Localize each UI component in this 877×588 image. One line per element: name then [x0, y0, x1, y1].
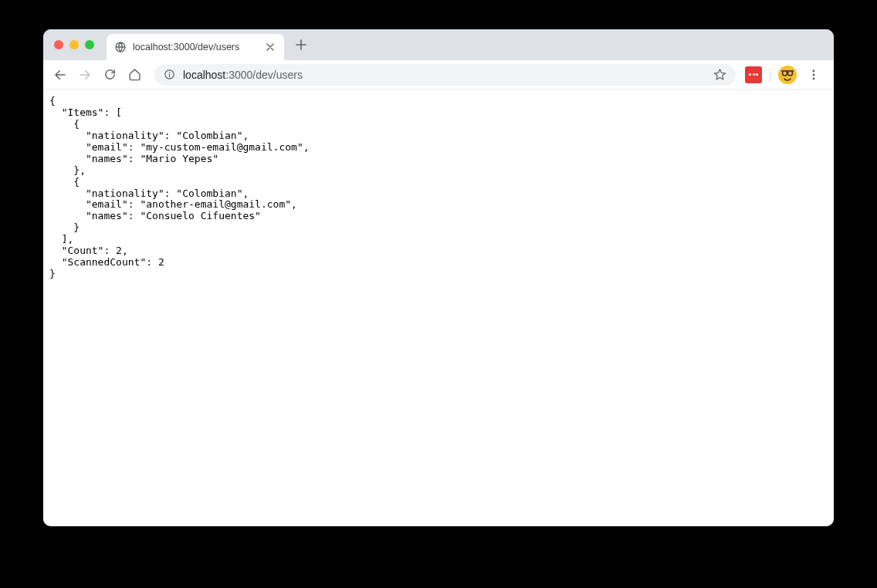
- tab-title: localhost:3000/dev/users: [133, 42, 258, 52]
- back-button[interactable]: [49, 64, 71, 86]
- arrow-left-icon: [53, 68, 67, 82]
- home-icon: [128, 68, 141, 81]
- browser-menu-button[interactable]: [803, 64, 825, 86]
- url-text: localhost:3000/dev/users: [183, 69, 706, 81]
- avatar-icon: [778, 66, 797, 84]
- svg-point-3: [169, 72, 171, 73]
- tab-strip: localhost:3000/dev/users: [43, 29, 834, 60]
- svg-point-8: [813, 73, 815, 76]
- address-bar[interactable]: localhost:3000/dev/users: [154, 64, 736, 86]
- svg-point-9: [813, 77, 815, 79]
- close-window-button[interactable]: [54, 40, 63, 49]
- kebab-menu-icon: [808, 69, 820, 81]
- plus-icon: [296, 39, 306, 50]
- reload-button[interactable]: [99, 64, 120, 86]
- globe-icon: [114, 41, 127, 53]
- forward-button[interactable]: [74, 64, 96, 86]
- minimize-window-button[interactable]: [69, 40, 79, 49]
- page-content: { "Items": [ { "nationality": "Colombian…: [43, 90, 834, 526]
- url-host: localhost: [183, 69, 225, 81]
- toolbar-divider: [770, 68, 770, 82]
- info-icon[interactable]: [164, 69, 175, 80]
- browser-tab[interactable]: localhost:3000/dev/users: [107, 34, 284, 60]
- svg-point-4: [778, 66, 797, 84]
- url-path: :3000/dev/users: [225, 69, 303, 81]
- reload-icon: [103, 68, 117, 81]
- browser-window: localhost:3000/dev/users: [43, 29, 834, 526]
- toolbar: localhost:3000/dev/users: [43, 60, 834, 90]
- arrow-right-icon: [78, 68, 92, 82]
- home-button[interactable]: [124, 64, 145, 86]
- toolbar-right: [745, 64, 828, 86]
- json-response: { "Items": [ { "nationality": "Colombian…: [49, 96, 828, 280]
- new-tab-button[interactable]: [290, 34, 312, 56]
- extension-button[interactable]: [745, 66, 762, 83]
- maximize-window-button[interactable]: [85, 40, 94, 49]
- star-icon: [713, 68, 726, 81]
- profile-avatar-button[interactable]: [778, 66, 797, 84]
- close-icon: [266, 43, 274, 51]
- svg-point-7: [813, 69, 815, 72]
- close-tab-button[interactable]: [264, 41, 276, 53]
- extension-icon: [749, 73, 758, 76]
- window-controls: [51, 40, 107, 49]
- bookmark-button[interactable]: [713, 68, 726, 81]
